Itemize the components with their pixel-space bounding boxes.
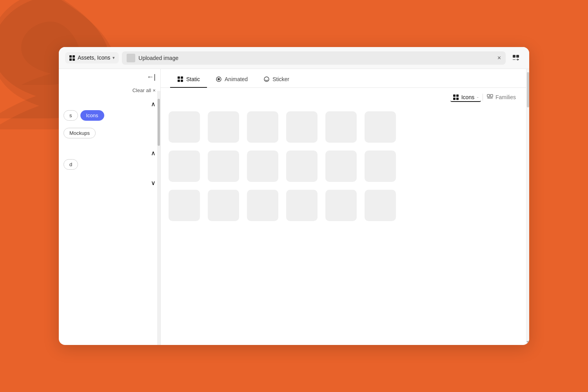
icons-view-icon [453, 94, 459, 100]
tab-animated[interactable]: Animated [209, 73, 255, 88]
icon-placeholder-3-4[interactable] [286, 190, 318, 221]
clear-all-label: Clear all [132, 87, 151, 93]
tab-sticker[interactable]: Sticker [256, 73, 296, 88]
uploaded-image-thumb [127, 54, 135, 62]
families-view-icon [487, 94, 493, 100]
clear-all-button[interactable]: Clear all × [132, 87, 156, 93]
static-tab-icon [177, 76, 183, 82]
upload-chips: d [64, 159, 156, 174]
tab-static-label: Static [186, 76, 200, 82]
svg-rect-15 [453, 98, 456, 100]
families-view-label: Families [495, 94, 516, 100]
icon-placeholder-2-6[interactable] [365, 151, 396, 182]
sticker-tab-icon [263, 76, 270, 82]
svg-rect-8 [178, 80, 180, 82]
filter-section-header-3[interactable]: ∨ [64, 177, 156, 189]
swap-icon-button[interactable] [509, 51, 523, 65]
svg-rect-3 [73, 58, 75, 61]
svg-rect-16 [456, 98, 459, 100]
filter-section-3: ∨ [64, 177, 156, 189]
icon-placeholder-1-3[interactable] [247, 111, 278, 143]
svg-point-11 [218, 78, 220, 80]
icon-placeholder-2-1[interactable] [169, 151, 200, 182]
chip-mockups[interactable]: Mockups [64, 128, 96, 138]
svg-rect-18 [490, 94, 493, 97]
grid-icon [69, 54, 75, 61]
svg-rect-2 [69, 58, 72, 61]
clear-all-row: Clear all × [64, 85, 156, 98]
right-scrollbar-thumb [527, 72, 529, 107]
sidebar-scrollbar[interactable] [157, 91, 160, 345]
main-modal: Assets, Icons ▾ Uploaded image × ←| [59, 47, 529, 345]
icon-placeholder-1-1[interactable] [169, 111, 200, 143]
assets-dropdown[interactable]: Assets, Icons ▾ [65, 52, 119, 64]
icon-placeholder-2-3[interactable] [247, 151, 278, 182]
icon-row-2 [169, 151, 518, 182]
svg-rect-0 [69, 55, 72, 58]
icon-row-3 [169, 190, 518, 221]
search-bar[interactable]: Uploaded image × [122, 51, 506, 65]
chip-icons[interactable]: Icons [80, 110, 104, 121]
assets-label: Assets, Icons [78, 54, 110, 61]
icons-view-label: Icons [461, 94, 474, 100]
sidebar-back-button[interactable]: ←| [147, 73, 156, 81]
icon-placeholder-1-6[interactable] [365, 111, 396, 143]
view-divider [483, 94, 483, 101]
icon-placeholder-1-5[interactable] [325, 111, 357, 143]
icons-view-button[interactable]: Icons - [450, 93, 481, 102]
svg-rect-7 [181, 76, 183, 79]
chip-d[interactable]: d [64, 159, 78, 170]
families-view-button[interactable]: Families [485, 93, 518, 102]
icon-placeholder-3-3[interactable] [247, 190, 278, 221]
sidebar-top: ←| [59, 69, 160, 85]
tab-animated-label: Animated [225, 76, 248, 82]
filter-section-header-2[interactable]: ∧ [64, 147, 156, 159]
type-chips: s Icons [64, 110, 156, 125]
dropdown-chevron: ▾ [113, 55, 115, 60]
sidebar-scrollbar-thumb [158, 99, 160, 146]
search-clear-button[interactable]: × [497, 55, 501, 61]
content-top-row: Icons - Families [161, 88, 526, 105]
chip-s[interactable]: s [64, 110, 78, 121]
top-bar: Assets, Icons ▾ Uploaded image × [59, 47, 529, 69]
clear-all-x: × [152, 87, 156, 93]
icon-placeholder-2-2[interactable] [208, 151, 239, 182]
icon-placeholder-3-1[interactable] [169, 190, 200, 221]
tabs-row: Static Animated Sticker [161, 69, 526, 88]
icons-view-dash: - [477, 94, 479, 100]
svg-rect-13 [453, 94, 456, 97]
left-sidebar: ←| Clear all × ∧ [59, 69, 161, 345]
sidebar-scroll-area[interactable]: Clear all × ∧ s Icons [59, 85, 160, 345]
svg-rect-17 [487, 94, 490, 97]
scrollbar-down-arrow [526, 341, 529, 343]
chevron-up-icon-2: ∧ [151, 149, 156, 157]
filter-section-type: ∧ s Icons [64, 98, 156, 125]
svg-rect-19 [487, 98, 493, 98]
svg-rect-1 [73, 55, 75, 58]
svg-rect-5 [516, 55, 519, 58]
icon-grid-area[interactable] [161, 105, 526, 345]
filter-section-2: ∧ d [64, 147, 156, 174]
chevron-up-icon: ∧ [151, 100, 156, 108]
right-scrollbar[interactable] [526, 69, 529, 345]
icon-placeholder-3-2[interactable] [208, 190, 239, 221]
svg-rect-9 [181, 80, 183, 82]
tab-static[interactable]: Static [170, 73, 207, 88]
icon-placeholder-1-4[interactable] [286, 111, 318, 143]
filter-section-header-type[interactable]: ∧ [64, 98, 156, 110]
svg-rect-4 [513, 55, 515, 58]
svg-rect-6 [178, 76, 180, 79]
icon-placeholder-2-4[interactable] [286, 151, 318, 182]
tab-sticker-label: Sticker [272, 76, 289, 82]
icon-placeholder-3-6[interactable] [365, 190, 396, 221]
content-area: Static Animated Sticker [161, 69, 526, 345]
search-text: Uploaded image [138, 55, 494, 61]
chevron-down-icon: ∨ [151, 179, 156, 187]
view-toggle: Icons - Families [450, 93, 518, 102]
icon-placeholder-1-2[interactable] [208, 111, 239, 143]
icon-placeholder-2-5[interactable] [325, 151, 357, 182]
icon-placeholder-3-5[interactable] [325, 190, 357, 221]
animated-tab-icon [216, 76, 222, 82]
svg-rect-14 [456, 94, 459, 97]
main-area: ←| Clear all × ∧ [59, 69, 529, 345]
